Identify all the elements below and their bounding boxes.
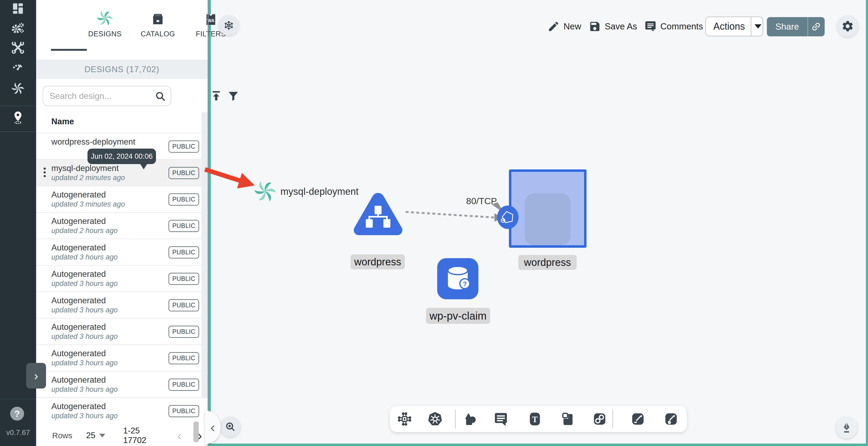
wordpress-service-node[interactable] xyxy=(351,190,405,243)
service-port-node[interactable] xyxy=(496,206,520,229)
active-tab-underline xyxy=(51,49,87,51)
design-row[interactable]: Autogenerated updated 3 hours ago PUBLIC xyxy=(36,371,208,398)
extensions-icon[interactable] xyxy=(11,81,25,95)
share-label: Share xyxy=(767,22,808,32)
visibility-badge: PUBLIC xyxy=(168,352,199,364)
actions-split-button[interactable]: Actions xyxy=(705,16,763,36)
wp-pv-claim-label: wp-pv-claim xyxy=(426,308,490,324)
help-button[interactable]: ? xyxy=(10,407,24,421)
configuration-tools-icon[interactable] xyxy=(11,41,25,55)
design-row[interactable]: Autogenerated updated 3 hours ago PUBLIC xyxy=(36,318,208,344)
lifecycle-gears-icon[interactable] xyxy=(11,22,25,35)
visibility-badge: PUBLIC xyxy=(168,405,199,417)
wordpress-service-label: wordpress xyxy=(350,254,405,269)
design-updated: updated 3 hours ago xyxy=(51,306,118,314)
comment-icon xyxy=(644,20,657,33)
dock-divider xyxy=(613,410,613,428)
mysql-deployment-node[interactable] xyxy=(253,179,277,203)
comments-button[interactable]: Comments xyxy=(644,20,703,33)
design-row[interactable]: Autogenerated updated 3 hours ago PUBLIC xyxy=(36,344,208,371)
design-search xyxy=(42,86,171,106)
design-name: Autogenerated xyxy=(51,216,106,226)
tab-catalog-label: CATALOG xyxy=(135,30,181,38)
app-version: v0.7.67 xyxy=(0,428,36,437)
pen-tool-button[interactable] xyxy=(836,417,858,439)
new-label: New xyxy=(563,22,581,32)
design-name: Autogenerated xyxy=(51,375,106,385)
question-badge-text: ? xyxy=(463,280,467,287)
zoom-in-icon xyxy=(224,421,236,433)
actions-label: Actions xyxy=(706,21,751,32)
design-row[interactable]: Autogenerated updated 3 hours ago PUBLIC xyxy=(36,239,208,265)
design-row[interactable]: Autogenerated updated 3 hours ago PUBLIC xyxy=(36,291,208,318)
component-graph-tool-icon[interactable] xyxy=(397,411,412,427)
tooltip-tail xyxy=(140,164,148,169)
freehand-draw-tool-icon[interactable] xyxy=(663,411,679,427)
design-name: mysql-deployment xyxy=(51,164,119,173)
visibility-badge: PUBLIC xyxy=(168,299,199,311)
catalog-archive-icon xyxy=(135,12,181,27)
design-updated: updated 3 hours ago xyxy=(51,333,118,341)
shape-frame-tool-icon[interactable] xyxy=(559,411,576,427)
performance-speedometer-icon[interactable] xyxy=(11,59,25,73)
design-name: Autogenerated xyxy=(51,402,106,411)
visibility-badge: PUBLIC xyxy=(168,167,199,179)
design-row[interactable]: Autogenerated updated 3 hours ago PUBLIC xyxy=(36,398,208,424)
search-input[interactable] xyxy=(50,88,151,104)
shapes-tool-icon[interactable] xyxy=(462,411,478,427)
design-updated: updated 3 hours ago xyxy=(51,385,118,393)
new-button[interactable]: New xyxy=(548,20,581,33)
kanvas-pin-icon[interactable] xyxy=(11,111,25,125)
gear-icon xyxy=(841,20,854,33)
meshery-logo-icon xyxy=(82,10,128,27)
design-name: Autogenerated xyxy=(51,269,106,279)
copy-link-icon[interactable] xyxy=(811,22,822,32)
next-page-button[interactable]: › xyxy=(198,430,202,441)
help-label: ? xyxy=(14,409,20,419)
page-size-select[interactable]: 25 xyxy=(86,431,95,440)
panel-right-border xyxy=(208,0,209,446)
actions-dropdown-caret-icon[interactable] xyxy=(754,24,762,29)
annotation-tool-icon[interactable] xyxy=(493,411,509,427)
mysql-deployment-label: mysql-deployment xyxy=(280,186,359,197)
prev-page-button[interactable]: ‹ xyxy=(177,430,182,441)
rail-divider xyxy=(0,132,36,132)
zoom-in-button[interactable] xyxy=(220,417,241,437)
pagination-bar: Rows 25 1-25 17702 ‹ › xyxy=(52,427,202,444)
button-divider xyxy=(751,16,751,36)
dashboard-icon[interactable] xyxy=(11,2,25,15)
design-name: Autogenerated xyxy=(51,190,106,200)
updated-date-tooltip: Jun 02, 2024 00:06 xyxy=(88,148,156,164)
list-scrollbar-track[interactable] xyxy=(202,112,208,398)
design-row[interactable]: Autogenerated updated 2 hours ago PUBLIC xyxy=(36,212,208,239)
settings-button[interactable] xyxy=(837,15,858,37)
wp-pv-claim-node[interactable]: ? xyxy=(437,258,478,299)
dock-divider xyxy=(455,410,456,428)
save-as-button[interactable]: Save As xyxy=(589,20,637,33)
text-tool-icon[interactable]: T xyxy=(527,411,543,427)
text-tool-glyph: T xyxy=(532,415,538,424)
import-design-icon[interactable] xyxy=(210,90,222,102)
mesh-overview-button[interactable] xyxy=(219,15,239,36)
design-row[interactable]: Autogenerated updated 3 minutes ago PUBL… xyxy=(36,186,208,212)
tab-catalog[interactable]: CATALOG xyxy=(135,0,181,38)
link-tool-icon[interactable] xyxy=(592,411,608,427)
wordpress-deployment-node-selected[interactable] xyxy=(509,169,587,248)
share-split-button[interactable]: Share xyxy=(767,17,825,36)
tab-designs[interactable]: DESIGNS xyxy=(82,0,128,38)
filter-funnel-icon[interactable] xyxy=(227,90,240,102)
edge-draw-tool-icon[interactable] xyxy=(630,411,646,427)
page-size-caret-icon[interactable] xyxy=(99,434,105,438)
expand-sidebar-handle[interactable]: › xyxy=(26,363,46,388)
kubernetes-tool-icon[interactable] xyxy=(427,411,443,427)
save-icon xyxy=(589,20,601,33)
design-updated: updated 2 minutes ago xyxy=(51,174,125,182)
search-icon[interactable] xyxy=(155,91,166,102)
design-name: Autogenerated xyxy=(51,322,106,332)
row-menu-icon[interactable] xyxy=(43,168,46,179)
save-as-label: Save As xyxy=(605,22,637,32)
design-row[interactable]: Autogenerated updated 3 hours ago PUBLIC xyxy=(36,265,208,291)
visibility-badge: PUBLIC xyxy=(168,141,199,152)
visibility-badge: PUBLIC xyxy=(168,220,199,232)
design-updated: updated 3 hours ago xyxy=(51,359,118,367)
